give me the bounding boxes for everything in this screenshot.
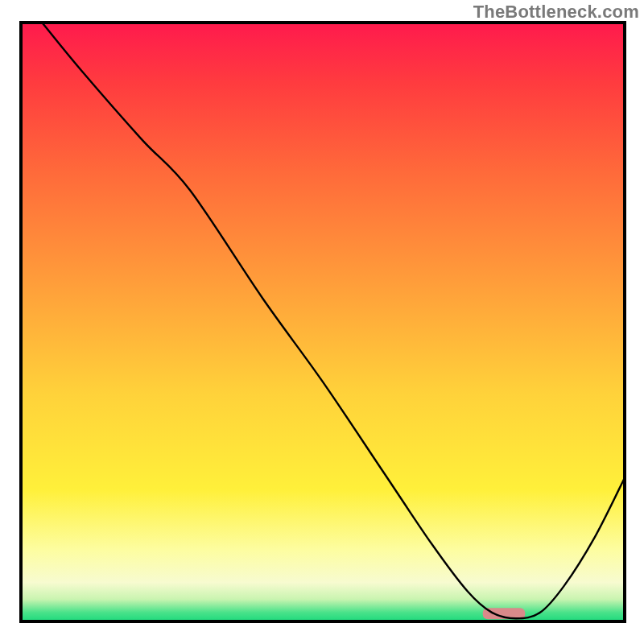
plot-background [21, 23, 625, 621]
chart-frame: TheBottleneck.com [0, 0, 644, 644]
watermark-text: TheBottleneck.com [473, 2, 639, 23]
bottleneck-chart [0, 0, 644, 644]
